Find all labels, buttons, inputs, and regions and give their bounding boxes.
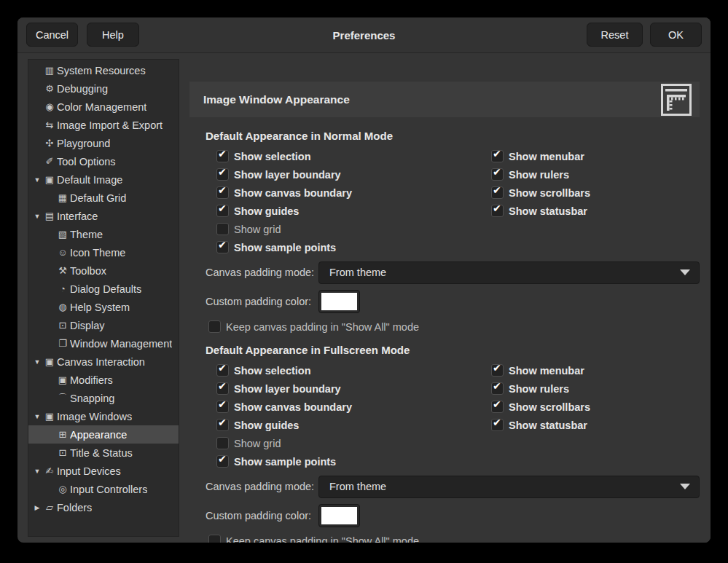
color-swatch-fill: [321, 293, 357, 310]
checkbox-show-menubar[interactable]: ✔Show menubar: [491, 147, 710, 165]
expander-icon[interactable]: ▼: [31, 358, 43, 366]
checkbox-fs-show-sample-points[interactable]: ✔Show sample points: [216, 452, 491, 471]
ok-button[interactable]: OK: [650, 23, 702, 47]
modifiers-icon: ▣: [56, 375, 69, 385]
chevron-down-icon: [680, 484, 690, 489]
canvas-padding-mode-label: Canvas padding mode:: [206, 267, 318, 278]
checkbox-show-scrollbars[interactable]: ✔Show scrollbars: [491, 184, 710, 202]
sidebar-item-default-grid[interactable]: ▦Default Grid: [28, 189, 179, 207]
custom-padding-color-swatch[interactable]: [318, 290, 360, 313]
canvas-padding-mode-row: Canvas padding mode: From theme: [206, 261, 700, 284]
title-status-icon: ⊡: [56, 448, 69, 457]
sidebar-item-color-management[interactable]: ◉Color Management: [28, 98, 179, 116]
checkbox-fs-show-rulers[interactable]: ✔Show rulers: [491, 379, 710, 398]
expander-icon[interactable]: ▶: [31, 504, 43, 511]
checkbox-box: ✔: [491, 150, 504, 162]
sidebar-item-folders[interactable]: ▶▱Folders: [28, 498, 179, 516]
checkbox-show-sample-points[interactable]: ✔Show sample points: [216, 238, 491, 256]
checkbox-box: ✔: [491, 401, 504, 413]
image-import-export-icon: ⇆: [43, 120, 56, 130]
snapping-icon: ⌒: [56, 393, 69, 403]
checkbox-fs-show-statusbar[interactable]: ✔Show statusbar: [491, 416, 710, 434]
help-button[interactable]: Help: [87, 23, 139, 47]
sidebar-item-default-image[interactable]: ▼▣Default Image: [28, 170, 179, 189]
fs-canvas-padding-mode-dropdown[interactable]: From theme: [318, 476, 700, 498]
help-system-icon: ◍: [56, 302, 69, 312]
sidebar-item-tool-options[interactable]: ✐Tool Options: [28, 152, 179, 170]
check-icon: ✔: [493, 381, 501, 391]
appearance-icon: ⊞: [56, 430, 69, 439]
check-icon: ✔: [493, 203, 501, 213]
folders-icon: ▱: [43, 503, 56, 512]
dialog-titlebar: Preferences Cancel Help Reset OK: [17, 17, 711, 53]
sidebar-item-title-status[interactable]: ⊡Title & Status: [28, 444, 179, 462]
checkbox-box: ✔: [216, 168, 229, 181]
theme-icon: ▧: [56, 229, 69, 239]
checkbox-box: ✔: [216, 205, 229, 217]
checkbox-fs-show-menubar[interactable]: ✔Show menubar: [491, 361, 710, 379]
preferences-dialog: Preferences Cancel Help Reset OK ▥System…: [17, 17, 711, 543]
sidebar-item-modifiers[interactable]: ▣Modifiers: [28, 371, 179, 389]
checkbox-fs-show-scrollbars[interactable]: ✔Show scrollbars: [491, 398, 710, 416]
sidebar-item-icon-theme[interactable]: ☺Icon Theme: [28, 243, 179, 261]
checkbox-box: [216, 223, 229, 235]
checkbox-box: ✔: [216, 364, 229, 377]
canvas-interaction-icon: ▣: [43, 357, 56, 366]
checkbox-show-statusbar[interactable]: ✔Show statusbar: [491, 202, 710, 220]
sidebar-item-input-devices[interactable]: ▼✍Input Devices: [28, 462, 179, 480]
sidebar-item-image-windows[interactable]: ▼▣Image Windows: [28, 407, 179, 425]
checkbox-fs-show-grid[interactable]: Show grid: [216, 434, 491, 452]
checkbox-show-selection[interactable]: ✔Show selection: [216, 147, 491, 165]
fs-canvas-padding-mode-row: Canvas padding mode: From theme: [206, 475, 700, 498]
playground-icon: ✣: [43, 138, 56, 148]
sidebar-item-window-management[interactable]: ❐Window Management: [28, 334, 179, 353]
sidebar-item-snapping[interactable]: ⌒Snapping: [28, 389, 179, 407]
sidebar-item-debugging[interactable]: ⚙Debugging: [28, 79, 179, 98]
canvas-padding-mode-dropdown[interactable]: From theme: [318, 261, 700, 284]
check-icon: ✔: [493, 149, 501, 159]
sidebar-item-interface[interactable]: ▼▤Interface: [28, 207, 179, 225]
sidebar-item-display[interactable]: ⊡Display: [28, 316, 179, 334]
expander-icon[interactable]: ▼: [31, 176, 43, 184]
expander-icon[interactable]: ▼: [31, 213, 43, 220]
sidebar-item-input-controllers[interactable]: ◎Input Controllers: [28, 480, 179, 498]
checkbox-show-grid[interactable]: Show grid: [216, 220, 491, 238]
checkbox-fs-show-guides[interactable]: ✔Show guides: [216, 416, 491, 434]
checkbox-fs-show-layer-boundary[interactable]: ✔Show layer boundary: [216, 379, 491, 398]
reset-button[interactable]: Reset: [587, 23, 643, 47]
checkbox-box: ✔: [216, 150, 229, 162]
window-management-icon: ❐: [56, 339, 69, 348]
system-resources-icon: ▥: [43, 66, 56, 75]
sidebar-item-dialog-defaults[interactable]: ◔Dialog Defaults: [28, 280, 179, 298]
sidebar-item-theme[interactable]: ▧Theme: [28, 225, 179, 243]
expander-icon[interactable]: ▼: [31, 413, 43, 420]
sidebar-item-appearance[interactable]: ⊞Appearance: [28, 425, 179, 444]
sidebar-item-toolbox[interactable]: ⚒Toolbox: [28, 261, 179, 280]
panel-header: Image Window Appearance: [189, 82, 700, 117]
fullscreen-mode-left-checks: ✔Show selection ✔Show layer boundary ✔Sh…: [216, 361, 491, 471]
checkbox-fs-show-selection[interactable]: ✔Show selection: [216, 361, 491, 379]
check-icon: ✔: [218, 167, 227, 177]
sidebar-item-canvas-interaction[interactable]: ▼▣Canvas Interaction: [28, 353, 179, 371]
fs-custom-padding-color-swatch[interactable]: [318, 504, 360, 527]
checkbox-keep-canvas-padding-fullscreen[interactable]: Keep canvas padding in "Show All" mode: [208, 532, 419, 543]
checkbox-box: ✔: [216, 401, 229, 413]
checkbox-show-layer-boundary[interactable]: ✔Show layer boundary: [216, 165, 491, 184]
checkbox-keep-canvas-padding-normal[interactable]: Keep canvas padding in "Show All" mode: [208, 318, 419, 336]
checkbox-show-guides[interactable]: ✔Show guides: [216, 202, 491, 220]
check-icon: ✔: [218, 363, 227, 373]
dropdown-value: From theme: [329, 267, 386, 278]
default-grid-icon: ▦: [56, 193, 69, 202]
dialog-defaults-icon: ◔: [56, 284, 69, 294]
section-heading-normal-mode: Default Appearance in Normal Mode: [206, 128, 393, 144]
sidebar-item-help-system[interactable]: ◍Help System: [28, 298, 179, 316]
sidebar-item-playground[interactable]: ✣Playground: [28, 134, 179, 152]
checkbox-show-rulers[interactable]: ✔Show rulers: [491, 165, 710, 184]
expander-icon[interactable]: ▼: [31, 468, 43, 475]
sidebar-item-system-resources[interactable]: ▥System Resources: [28, 61, 179, 79]
cancel-button[interactable]: Cancel: [26, 23, 78, 47]
sidebar-item-image-import-export[interactable]: ⇆Image Import & Export: [28, 116, 179, 134]
checkbox-show-canvas-boundary[interactable]: ✔Show canvas boundary: [216, 184, 491, 202]
check-icon: ✔: [218, 454, 227, 464]
checkbox-fs-show-canvas-boundary[interactable]: ✔Show canvas boundary: [216, 398, 491, 416]
